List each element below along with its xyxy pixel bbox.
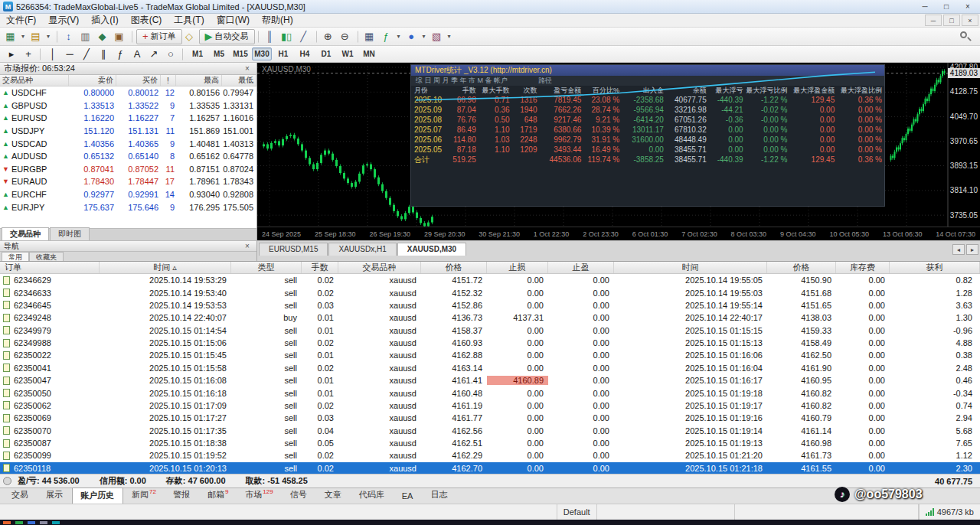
chart-tab[interactable]: EURUSD,M15 [259, 243, 328, 256]
indicators-caret[interactable]: ▾ [396, 29, 404, 44]
timeframe-button[interactable]: M1 [188, 47, 207, 60]
metaeditor-icon[interactable]: ◇ [182, 29, 199, 44]
order-row[interactable]: 62350087 2025.10.15 01:18:38 sell 0.05 x… [0, 437, 980, 449]
market-watch-row[interactable]: EURUSD 1.16220 1.16227 7 1.16257 1.16016 [0, 112, 256, 125]
order-row[interactable]: 62350041 2025.10.15 01:15:58 sell 0.02 x… [0, 362, 980, 374]
order-row[interactable]: 62350118 2025.10.15 01:20:13 sell 0.02 x… [0, 462, 980, 474]
new-order-button[interactable]: + 新订单 [136, 29, 182, 44]
terminal-tab[interactable]: 新闻 72 [123, 487, 165, 504]
orders-column-header[interactable]: 时间 ▵ [100, 262, 231, 273]
market-watch-tab[interactable]: 交易品种 [2, 227, 49, 240]
market-watch-row[interactable]: USDJPY 151.120 151.131 11 151.869 151.00… [0, 125, 256, 138]
close-icon[interactable]: × [242, 64, 253, 73]
order-row[interactable]: 62350099 2025.10.15 01:19:52 sell 0.02 x… [0, 449, 980, 461]
candlestick-icon[interactable]: ▮▯ [279, 29, 296, 44]
timeframe-button[interactable]: M15 [230, 47, 250, 60]
terminal-tab[interactable]: 日志 [422, 487, 456, 504]
terminal-tab[interactable]: 文章 [316, 487, 351, 504]
timeframe-button[interactable]: MN [359, 47, 379, 60]
new-chart-caret[interactable]: ▾ [20, 29, 28, 44]
price-scale[interactable]: 4207.804128.754049.703970.653893.153814.… [948, 63, 980, 227]
orders-column-header[interactable]: 止损 [487, 262, 548, 273]
market-watch-row[interactable]: GBPUSD 1.33513 1.33522 9 1.33535 1.33131 [0, 99, 256, 112]
chart-tab[interactable]: XAUUSDx,H1 [328, 243, 396, 256]
menu-item[interactable]: 工具(T) [168, 14, 210, 27]
periods-caret[interactable]: ▾ [421, 29, 430, 44]
chart-tab[interactable]: XAUUSD,M30 [397, 243, 466, 256]
menu-item[interactable]: 窗口(W) [211, 14, 256, 27]
new-chart-icon[interactable]: ▦ [3, 29, 20, 44]
order-row[interactable]: 62346645 2025.10.14 19:53:53 sell 0.03 x… [0, 299, 980, 311]
chart-minimize-button[interactable]: ─ [925, 15, 942, 26]
close-icon[interactable]: × [242, 242, 253, 250]
separator[interactable] [358, 31, 359, 43]
market-watch-row[interactable]: EURGBP 0.87041 0.87052 11 0.87151 0.8702… [0, 163, 256, 176]
line-chart-icon[interactable]: ╱ [296, 29, 313, 44]
arrows-icon[interactable]: ↗ [145, 47, 162, 62]
chart-close-button[interactable]: × [962, 15, 978, 26]
horizontal-line-icon[interactable]: ─ [61, 47, 78, 62]
market-watch-tab[interactable]: 即时图 [50, 227, 90, 240]
toolbox-icon[interactable]: ▣ [112, 29, 129, 44]
timeframe-button[interactable]: D1 [316, 47, 336, 60]
maximize-button[interactable]: □ [936, 1, 957, 13]
tile-windows-icon[interactable]: ▦ [362, 29, 379, 44]
column-header[interactable]: ! [161, 75, 176, 86]
channel-icon[interactable]: ∥ [95, 47, 112, 62]
profiles-icon[interactable]: ▤ [28, 29, 45, 44]
market-watch-row[interactable]: EURCHF 0.92977 0.92991 14 0.93040 0.9280… [0, 188, 256, 201]
data-window-icon[interactable]: ▥ [78, 29, 95, 44]
order-row[interactable]: 62350062 2025.10.15 01:17:09 sell 0.02 x… [0, 399, 980, 412]
separator[interactable] [258, 31, 260, 43]
orders-column-header[interactable]: 止盈 [548, 262, 614, 273]
vertical-line-icon[interactable]: │ [44, 47, 61, 62]
timeframe-button[interactable]: W1 [338, 47, 358, 60]
orders-column-header[interactable]: 类型 [231, 262, 302, 273]
market-watch-row[interactable]: USDCHF 0.80000 0.80012 12 0.80156 0.7994… [0, 86, 256, 99]
order-row[interactable]: 62349248 2025.10.14 22:40:07 buy 0.01 xa… [0, 311, 980, 324]
separator[interactable] [57, 31, 58, 43]
terminal-tab[interactable]: 信号 [282, 487, 316, 504]
order-row[interactable]: 62350050 2025.10.15 01:16:18 sell 0.01 x… [0, 386, 980, 399]
tab-scroll-left-icon[interactable]: ◂ [952, 244, 965, 255]
menu-item[interactable]: 插入(I) [85, 14, 124, 27]
periods-icon[interactable]: ● [404, 29, 421, 44]
order-row[interactable]: 62350022 2025.10.15 01:15:45 sell 0.01 x… [0, 349, 980, 361]
order-row[interactable]: 62346633 2025.10.14 19:53:40 sell 0.02 x… [0, 286, 980, 298]
timeframe-button[interactable]: M5 [209, 47, 229, 60]
market-watch-row[interactable]: AUDUSD 0.65132 0.65140 8 0.65162 0.64778 [0, 150, 256, 163]
orders-column-header[interactable]: 库存费 [836, 262, 890, 273]
column-header[interactable]: 最低 [222, 75, 256, 86]
order-row[interactable]: 62350070 2025.10.15 01:17:35 sell 0.04 x… [0, 425, 980, 437]
terminal-tab[interactable]: 邮箱 9 [199, 487, 237, 504]
text-icon[interactable]: A [129, 47, 145, 62]
order-row[interactable]: 62349988 2025.10.15 01:15:06 sell 0.02 x… [0, 337, 980, 349]
profiles-caret[interactable]: ▾ [45, 29, 54, 44]
tab-scroll-right-icon[interactable]: ▸ [966, 244, 978, 255]
fibonacci-icon[interactable]: ƒ [112, 47, 129, 62]
column-header[interactable]: 买价 [116, 75, 161, 86]
separator[interactable] [316, 31, 318, 43]
templates-caret[interactable]: ▾ [446, 29, 455, 44]
terminal-tab[interactable]: 账户历史 [72, 488, 123, 504]
crosshair-icon[interactable]: + [20, 47, 37, 62]
order-row[interactable]: 62346629 2025.10.14 19:53:29 sell 0.02 x… [0, 274, 980, 286]
terminal-tab[interactable]: 市场 129 [237, 487, 281, 504]
autotrading-button[interactable]: ▶ 自动交易 [199, 29, 255, 44]
order-row[interactable]: 62350047 2025.10.15 01:16:08 sell 0.01 x… [0, 374, 980, 386]
terminal-tab[interactable]: 警报 [165, 487, 199, 504]
zoom-out-icon[interactable]: ⊖ [338, 29, 354, 44]
terminal-tab[interactable]: 展示 [38, 487, 72, 504]
separator[interactable] [182, 48, 184, 60]
market-watch-icon[interactable]: ↕ [61, 29, 78, 44]
navigator-icon[interactable]: ◆ [95, 29, 112, 44]
separator[interactable] [132, 31, 133, 43]
zoom-in-icon[interactable]: ⊕ [321, 29, 338, 44]
time-axis[interactable]: 24 Sep 202525 Sep 18:3026 Sep 19:3029 Se… [257, 227, 980, 240]
orders-column-header[interactable]: 时间 [614, 262, 767, 273]
market-watch-row[interactable]: USDCAD 1.40356 1.40365 9 1.40481 1.40313 [0, 137, 256, 150]
menu-item[interactable]: 文件(F) [0, 14, 42, 27]
chart-restore-button[interactable]: □ [943, 15, 960, 26]
orders-column-header[interactable]: 获利 [890, 262, 980, 273]
orders-column-header[interactable]: 手数 [302, 262, 338, 273]
